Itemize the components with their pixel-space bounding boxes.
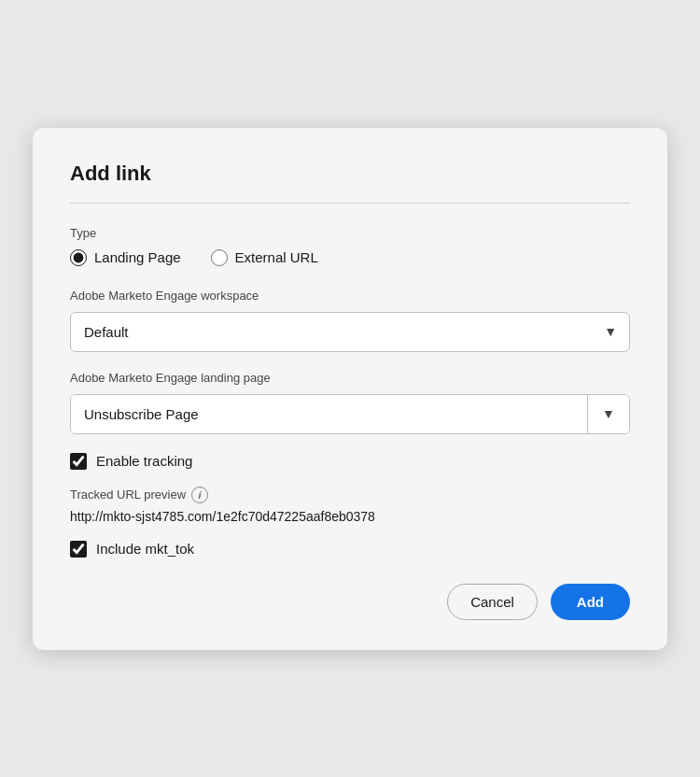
dialog-title: Add link [70,162,630,186]
external-url-option[interactable]: External URL [211,249,318,266]
external-url-radio[interactable] [211,249,228,266]
external-url-label: External URL [235,249,318,265]
type-field-section: Type Landing Page External URL [70,226,630,266]
include-mkt-tok-row: Include mkt_tok [70,541,630,558]
workspace-select-wrapper: Default ▼ [70,312,630,352]
dialog-footer: Cancel Add [70,584,630,620]
tracked-url-label: Tracked URL preview [70,487,186,502]
add-button[interactable]: Add [551,584,630,620]
landing-page-dropdown-button[interactable]: ▼ [588,395,629,433]
enable-tracking-checkbox[interactable] [70,453,87,470]
landing-page-select-wrapper: Unsubscribe Page ▼ [70,394,630,434]
landing-page-chevron-icon: ▼ [602,406,615,421]
landing-page-label: Landing Page [94,249,181,265]
landing-page-field-label: Adobe Marketo Engage landing page [70,371,630,385]
enable-tracking-row: Enable tracking [70,453,630,470]
type-radio-group: Landing Page External URL [70,249,630,266]
workspace-select[interactable]: Default [70,312,630,352]
landing-page-radio[interactable] [70,249,87,266]
tracked-url-header: Tracked URL preview i [70,487,630,503]
include-mkt-tok-checkbox[interactable] [70,541,87,558]
cancel-button[interactable]: Cancel [447,584,538,620]
type-label: Type [70,226,630,240]
add-link-dialog: Add link Type Landing Page External URL … [33,128,667,650]
divider [70,203,630,204]
landing-page-option[interactable]: Landing Page [70,249,181,266]
workspace-field-section: Adobe Marketo Engage workspace Default ▼ [70,289,630,352]
enable-tracking-label: Enable tracking [96,453,192,469]
tracked-url-section: Tracked URL preview i http://mkto-sjst47… [70,487,630,524]
include-mkt-tok-label: Include mkt_tok [96,541,194,557]
info-icon: i [191,487,208,503]
workspace-label: Adobe Marketo Engage workspace [70,289,630,303]
landing-page-field-section: Adobe Marketo Engage landing page Unsubs… [70,371,630,434]
landing-page-value: Unsubscribe Page [71,395,587,433]
tracked-url-value: http://mkto-sjst4785.com/1e2fc70d47225aa… [70,509,630,524]
